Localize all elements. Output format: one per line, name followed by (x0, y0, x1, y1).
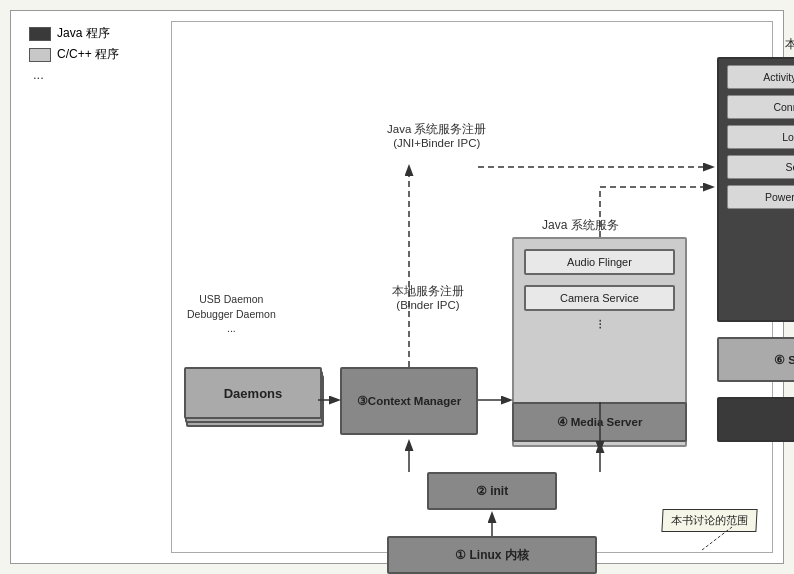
debugger-daemon-label: Debugger Daemon (187, 307, 276, 322)
java-sys-label: Java 系统服务 (542, 217, 619, 234)
media-server-label: ④ Media Server (557, 415, 643, 429)
service-row-sensor: Sensor Service (727, 155, 794, 179)
system-server-box: ⑥ System Server (717, 337, 794, 382)
service-row-connectivity: Connectivity Service (727, 95, 794, 119)
legend-cpp: C/C++ 程序 (29, 46, 119, 63)
service-row-activity: Activity Manager Service (727, 65, 794, 89)
init-box: ② init (427, 472, 557, 510)
legend: Java 程序 C/C++ 程序 ... (29, 25, 119, 82)
location-service-label: Location Service (782, 131, 794, 143)
legend-java: Java 程序 (29, 25, 119, 42)
usb-text-dots: ... (187, 321, 276, 336)
linux-kernel-box: ① Linux 内核 (387, 536, 597, 574)
power-manager-label: Power Manager Service (765, 191, 794, 203)
linux-kernel-label: ① Linux 内核 (455, 547, 529, 564)
media-server-box: ④ Media Server (512, 402, 687, 442)
diagram-area: USB Daemon Debugger Daemon ... Daemons ③… (171, 21, 773, 553)
audio-flinger-label: Audio Flinger (567, 256, 632, 268)
daemons-label: Daemons (224, 386, 283, 401)
jni-binder-text: (JNI+Binder IPC) (387, 137, 487, 149)
legend-cpp-box (29, 48, 51, 62)
service-row-location: Location Service (727, 125, 794, 149)
sensor-service-label: Sensor Service (785, 161, 794, 173)
native-system-box: Activity Manager Service Connectivity Se… (717, 57, 794, 322)
usb-text: USB Daemon Debugger Daemon ... (187, 292, 276, 336)
native-service-reg-text: 本地服务注册 (392, 284, 464, 299)
main-container: Java 程序 C/C++ 程序 ... USB Daemon Debugger… (10, 10, 784, 564)
daemons-box: Daemons (180, 367, 328, 435)
daemons-stack: Daemons (184, 367, 324, 429)
system-server-label: ⑥ System Server (774, 353, 794, 367)
java-service-reg-label: Java 系统服务注册 (JNI+Binder IPC) (387, 122, 487, 149)
usb-daemon-label: USB Daemon (187, 292, 276, 307)
connectivity-service-label: Connectivity Service (773, 101, 794, 113)
java-service-reg-text: Java 系统服务注册 (387, 122, 487, 137)
service-row-power: Power Manager Service (727, 185, 794, 209)
camera-service-label: Camera Service (560, 292, 639, 304)
scope-box: 本书讨论的范围 (661, 509, 757, 532)
zygote-box: ⑤ Zygote (717, 397, 794, 442)
java-system-services-label: Java 系统服务 (542, 217, 619, 234)
native-system-label: 本地系统服务 (785, 37, 794, 51)
native-system-services-title: 本地系统服务 (717, 36, 794, 53)
audio-flinger-box: Audio Flinger (524, 249, 675, 275)
camera-service-box: Camera Service (524, 285, 675, 311)
native-service-reg-label: 本地服务注册 (Binder IPC) (392, 284, 464, 311)
init-label: ② init (476, 484, 508, 498)
legend-java-label: Java 程序 (57, 25, 110, 42)
scope-label: 本书讨论的范围 (671, 514, 749, 526)
legend-dots: ... (33, 67, 119, 82)
legend-java-box (29, 27, 51, 41)
legend-cpp-label: C/C++ 程序 (57, 46, 119, 63)
context-manager-label: ③Context Manager (357, 394, 461, 408)
inner-dots: ⁝ (514, 316, 685, 332)
context-manager: ③Context Manager (340, 367, 478, 435)
service-dots: ⋮ (719, 215, 794, 233)
daemons-layer-1: Daemons (184, 367, 322, 419)
binder-ipc-text: (Binder IPC) (392, 299, 464, 311)
activity-manager-label: Activity Manager Service (763, 71, 794, 83)
